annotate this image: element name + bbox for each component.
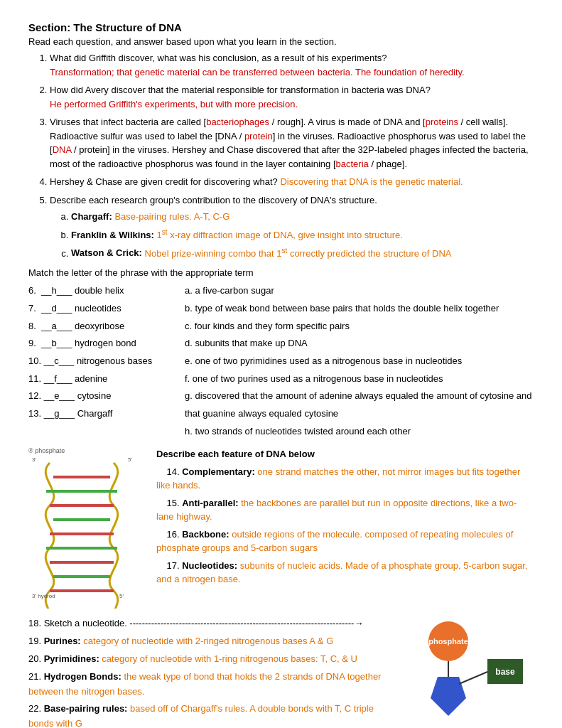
match-item-7: 7. __d___ nucleotides	[28, 300, 185, 318]
describe-15: 15. Anti-parallel: the backbones are par…	[156, 496, 534, 524]
question-2: How did Avery discover that the material…	[50, 83, 534, 111]
match-grid: 6. __h___ double helix 7. __d___ nucleot…	[28, 282, 534, 440]
match-item-12: 12. __e___ cytosine	[28, 387, 185, 405]
match-item-6: 6. __h___ double helix	[28, 282, 185, 300]
match-right-col: a. a five-carbon sugar b. type of weak b…	[185, 282, 534, 440]
intro-text: Read each question, and answer based upo…	[28, 36, 534, 47]
page-title: Section: The Structure of DNA	[28, 21, 534, 33]
question-3: Viruses that infect bacteria are called …	[50, 115, 534, 171]
match-option-c: c. four kinds and they form specific pai…	[185, 318, 534, 336]
match-heading: Match the letter of the phrase with the …	[28, 267, 534, 278]
match-item-8: 8. __a___ deoxyribose	[28, 318, 185, 336]
describe-14: 14. Complementary: one strand matches th…	[156, 465, 534, 493]
svg-text:phosphate: phosphate	[428, 637, 468, 646]
match-option-f: f. one of two purines used as a nitrogen…	[185, 370, 534, 388]
svg-line-16	[459, 672, 487, 684]
q5-text: Describe each research group's contribut…	[50, 195, 377, 205]
svg-text:3': 3'	[32, 456, 36, 463]
svg-text:base: base	[495, 667, 515, 677]
match-item-13: 13. __g___ Chargaff	[28, 405, 185, 423]
item-21: 21. Hydrogen Bonds: the weak type of bon…	[28, 670, 399, 700]
match-left-col: 6. __h___ double helix 7. __d___ nucleot…	[28, 282, 185, 440]
q5b-answer: 1st x-ray diffraction image of DNA, give…	[157, 230, 403, 240]
question-4: Hershey & Chase are given credit for dis…	[50, 175, 534, 189]
q2-answer: He performed Griffith's experiments, but…	[50, 99, 298, 109]
svg-text:5': 5'	[128, 456, 132, 463]
q3-text: Viruses that infect bacteria are called …	[50, 117, 529, 169]
q5b: Franklin & Wilkins: 1st x-ray diffractio…	[71, 227, 534, 242]
nucleotide-row: 18. Sketch a nucleotide. ---------------…	[28, 616, 534, 728]
item-20: 20. Pyrimidines: category of nucleotide …	[28, 652, 399, 667]
question-1: What did Griffith discover, what was his…	[50, 51, 534, 79]
match-section: Match the letter of the phrase with the …	[28, 267, 534, 440]
item-22: 22. Base-pairing rules: based off of Cha…	[28, 702, 399, 728]
svg-text:3' hydrod: 3' hydrod	[32, 593, 55, 599]
nucleotide-svg: phosphate base deoxyribose sugar © scien…	[409, 616, 530, 728]
match-option-d: d. subunits that make up DNA	[185, 335, 534, 353]
dna-helix-diagram: 3' 5' 3' hydrod 5'	[28, 456, 139, 609]
q5a: Chargaff: Base-pairing rules. A-T, C-G	[71, 210, 534, 224]
q5a-answer: Base-pairing rules. A-T, C-G	[114, 211, 229, 222]
describe-heading: Describe each feature of DNA below	[156, 447, 534, 461]
match-option-b: b. type of weak bond between base pairs …	[185, 300, 534, 318]
q5c: Watson & Crick: Nobel prize-winning comb…	[71, 245, 534, 260]
describe-content: Describe each feature of DNA below 14. C…	[156, 447, 534, 611]
match-option-a: a. a five-carbon sugar	[185, 282, 534, 300]
question-5: Describe each research group's contribut…	[50, 193, 534, 261]
describe-section: ® phosphate 3' 5' 3' hydrod 5' Describe	[28, 447, 534, 611]
match-item-9: 9. __b___ hydrogen bond	[28, 335, 185, 353]
match-item-11: 11. __f___ adenine	[28, 370, 185, 388]
dna-image-area: ® phosphate 3' 5' 3' hydrod 5'	[28, 447, 149, 611]
q4-text: Hershey & Chase are given credit for dis…	[50, 176, 278, 187]
q5-sublist: Chargaff: Base-pairing rules. A-T, C-G F…	[50, 210, 534, 260]
match-option-g: g. discovered that the amount of adenine…	[185, 387, 534, 422]
describe-16: 16. Backbone: outside regions of the mol…	[156, 528, 534, 555]
svg-text:5': 5'	[119, 593, 124, 599]
describe-17: 17. Nucleotides: subunits of nucleic aci…	[156, 559, 534, 587]
match-option-h: h. two strands of nucleotides twisted ar…	[185, 423, 534, 441]
match-option-e: e. one of two pyrimidines used as a nitr…	[185, 353, 534, 370]
main-question-list: What did Griffith discover, what was his…	[28, 51, 534, 260]
q2-text: How did Avery discover that the material…	[50, 85, 431, 95]
nucleotide-text-col: 18. Sketch a nucleotide. ---------------…	[28, 616, 399, 728]
item-18: 18. Sketch a nucleotide. ---------------…	[28, 616, 399, 631]
nucleotide-section: 18. Sketch a nucleotide. ---------------…	[28, 616, 534, 728]
q1-text: What did Griffith discover, what was his…	[50, 53, 387, 63]
nucleotide-diagram: phosphate base deoxyribose sugar © scien…	[406, 616, 534, 728]
item-19: 19. Purines: category of nucleotide with…	[28, 634, 399, 649]
q1-answer: Transformation; that genetic material ca…	[50, 67, 465, 77]
q5c-answer: Nobel prize-winning combo that 1st corre…	[145, 248, 452, 259]
match-item-10: 10. __c___ nitrogenous bases	[28, 353, 185, 370]
q4-answer: Discovering that DNA is the genetic mate…	[280, 176, 463, 187]
